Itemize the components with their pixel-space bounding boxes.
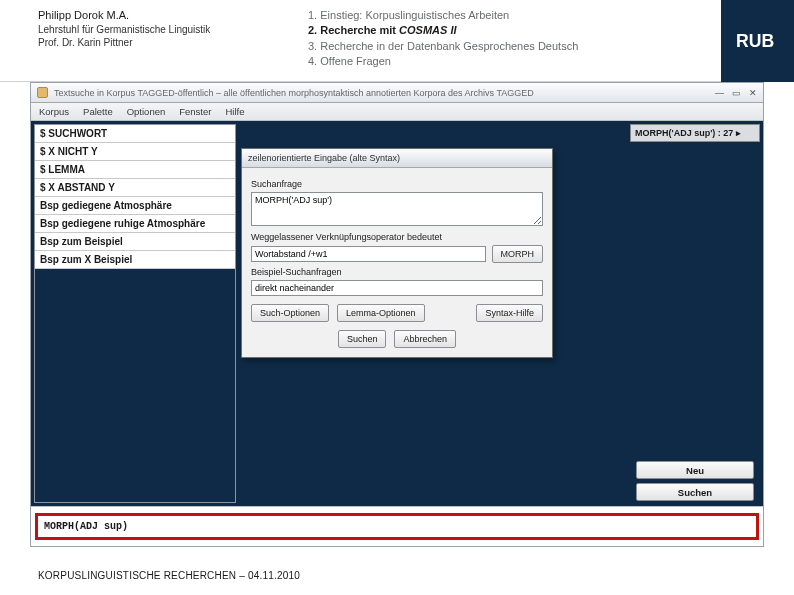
result-chip-text: MORPH('ADJ sup') : 27 ▸ — [635, 128, 741, 138]
query-text: MORPH(ADJ sup) — [44, 521, 128, 532]
outline-item-2a: 2. Recherche mit — [308, 24, 399, 36]
outline-item-2: 2. Recherche mit COSMAS II — [308, 23, 772, 38]
syntaxhelp-button[interactable]: Syntax-Hilfe — [476, 304, 543, 322]
new-button[interactable]: Neu — [636, 461, 754, 479]
palette-fill — [35, 269, 235, 502]
result-chip[interactable]: MORPH('ADJ sup') : 27 ▸ — [630, 124, 760, 142]
palette-row[interactable]: $ LEMMA — [35, 161, 235, 179]
close-icon[interactable]: ✕ — [749, 88, 757, 98]
author-affil2: Prof. Dr. Karin Pittner — [38, 36, 308, 50]
connector-input[interactable] — [251, 246, 486, 262]
dialog-cancel-button[interactable]: Abbrechen — [394, 330, 456, 348]
dialog-title[interactable]: zeilenorientierte Eingabe (alte Syntax) — [242, 149, 552, 168]
palette-row[interactable]: Bsp zum X Beispiel — [35, 251, 235, 269]
minimize-icon[interactable]: — — [715, 88, 724, 98]
outline-item-3: 3. Recherche in der Datenbank Gesprochen… — [308, 39, 772, 54]
menubar: Korpus Palette Optionen Fenster Hilfe — [31, 103, 763, 121]
menu-korpus[interactable]: Korpus — [39, 106, 69, 117]
label-connector: Weggelassener Verknüpfungsoperator bedeu… — [251, 232, 543, 242]
examples-input[interactable] — [251, 280, 543, 296]
label-examples: Beispiel-Suchanfragen — [251, 267, 543, 277]
outline-item-4: 4. Offene Fragen — [308, 54, 772, 69]
right-buttons: Neu Suchen — [636, 461, 754, 501]
window-title: Textsuche in Korpus TAGGED-öffentlich – … — [54, 88, 534, 98]
author-block: Philipp Dorok M.A. Lehrstuhl für Germani… — [38, 8, 308, 50]
svg-text:RUB: RUB — [736, 31, 774, 51]
slide-header: Philipp Dorok M.A. Lehrstuhl für Germani… — [0, 0, 794, 82]
lemmaopts-button[interactable]: Lemma-Optionen — [337, 304, 425, 322]
query-strip: MORPH(ADJ sup) — [31, 506, 763, 546]
window-buttons: — ▭ ✕ — [715, 88, 757, 98]
palette-row[interactable]: $ X NICHT Y — [35, 143, 235, 161]
right-panel: MORPH('ADJ sup') : 27 ▸ Neu Suchen — [630, 124, 760, 503]
outline-item-2b: COSMAS II — [399, 24, 456, 36]
palette-row[interactable]: Bsp gediegene ruhige Atmosphäre — [35, 215, 235, 233]
window-titlebar[interactable]: Textsuche in Korpus TAGGED-öffentlich – … — [31, 83, 763, 103]
label-query: Suchanfrage — [251, 179, 543, 189]
search-button[interactable]: Suchen — [636, 483, 754, 501]
dialog-body: Suchanfrage Weggelassener Verknüpfungsop… — [242, 168, 552, 357]
app-icon — [37, 87, 48, 98]
outline-item-1: 1. Einstieg: Korpuslinguistisches Arbeit… — [308, 8, 772, 23]
palette-row[interactable]: Bsp zum Beispiel — [35, 233, 235, 251]
slide-footer: KORPUSLINGUISTISCHE RECHERCHEN – 04.11.2… — [38, 570, 300, 581]
dialog-search-button[interactable]: Suchen — [338, 330, 387, 348]
menu-palette[interactable]: Palette — [83, 106, 113, 117]
maximize-icon[interactable]: ▭ — [732, 88, 741, 98]
highlight-box: MORPH(ADJ sup) — [35, 513, 759, 540]
palette-row[interactable]: Bsp gediegene Atmosphäre — [35, 197, 235, 215]
palette-row[interactable]: $ X ABSTAND Y — [35, 179, 235, 197]
palette-row[interactable]: $ SUCHWORT — [35, 125, 235, 143]
searchopts-button[interactable]: Such-Optionen — [251, 304, 329, 322]
rub-logo: RUB — [721, 0, 794, 82]
menu-hilfe[interactable]: Hilfe — [225, 106, 244, 117]
menu-fenster[interactable]: Fenster — [179, 106, 211, 117]
query-dialog[interactable]: zeilenorientierte Eingabe (alte Syntax) … — [241, 148, 553, 358]
palette-panel: $ SUCHWORT $ X NICHT Y $ LEMMA $ X ABSTA… — [34, 124, 236, 503]
author-affil1: Lehrstuhl für Germanistische Linguistik — [38, 23, 308, 37]
author-name: Philipp Dorok M.A. — [38, 8, 308, 23]
query-textarea[interactable] — [251, 192, 543, 226]
morph-button[interactable]: MORPH — [492, 245, 544, 263]
menu-optionen[interactable]: Optionen — [127, 106, 166, 117]
outline-block: 1. Einstieg: Korpuslinguistisches Arbeit… — [308, 8, 772, 70]
rub-logo-icon: RUB — [736, 29, 780, 53]
app-screenshot: Textsuche in Korpus TAGGED-öffentlich – … — [30, 82, 764, 547]
